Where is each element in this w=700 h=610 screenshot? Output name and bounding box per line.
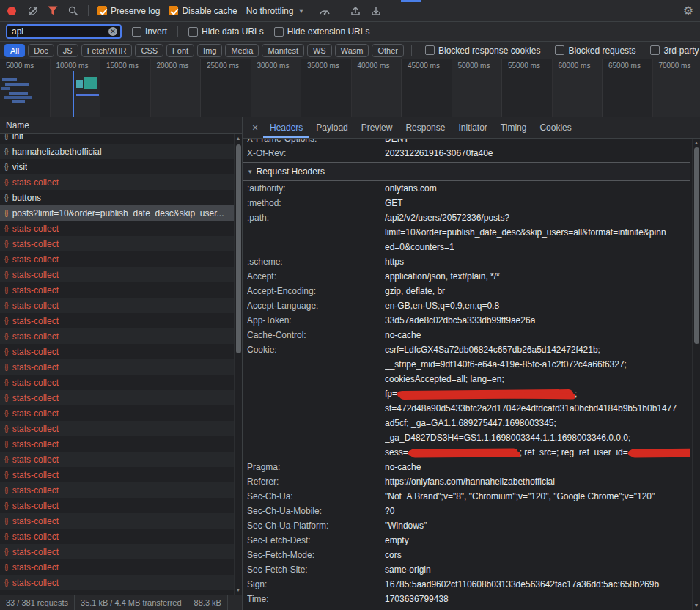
type-chip-wasm[interactable]: Wasm [335, 44, 369, 57]
request-row[interactable]: {}stats-collect [0, 559, 242, 575]
type-chip-media[interactable]: Media [225, 44, 259, 57]
type-chip-ws[interactable]: WS [307, 44, 332, 57]
json-request-icon: {} [4, 163, 8, 171]
request-row[interactable]: {}stats-collect [0, 498, 242, 513]
clear-network-log-button[interactable] [26, 5, 38, 17]
scroll-up-icon[interactable]: ▲ [693, 139, 700, 147]
filter-toggle-button[interactable] [47, 5, 59, 17]
type-chip-font[interactable]: Font [166, 44, 194, 57]
request-row[interactable]: {}stats-collect [0, 436, 242, 452]
request-row[interactable]: {}stats-collect [0, 482, 242, 498]
scroll-down-icon[interactable]: ▼ [693, 602, 700, 609]
redaction-scribble [410, 448, 518, 457]
section-label: Request Headers [257, 166, 325, 177]
scrollbar-thumb[interactable] [694, 147, 699, 344]
request-row[interactable]: {}posts?limit=10&order=publish_date_desc… [0, 205, 242, 221]
checkbox-blocked-response-cookies[interactable]: Blocked response cookies [425, 45, 540, 56]
request-list: {}init{}hannahelizabethofficial{}visit{}… [0, 134, 242, 590]
type-chip-img[interactable]: Img [197, 44, 222, 57]
tab-timing[interactable]: Timing [494, 117, 534, 138]
type-chip-all[interactable]: All [4, 44, 25, 57]
network-overview-timeline[interactable]: 5000 ms10000 ms15000 ms20000 ms25000 ms3… [0, 59, 700, 117]
header-value-text: ; ref_src=; reg_ref_user_id= [520, 447, 628, 457]
section-request-headers[interactable]: ▾Request Headers [243, 163, 690, 181]
request-row[interactable]: {}stats-collect [0, 174, 242, 190]
checkbox-3rd-party-requests[interactable]: 3rd-party requests [650, 45, 700, 56]
request-row[interactable]: {}stats-collect [0, 405, 242, 421]
timeline-bar [5, 83, 29, 86]
request-row[interactable]: {}stats-collect [0, 452, 242, 467]
type-chip-manifest[interactable]: Manifest [262, 44, 304, 57]
checkbox-box [132, 27, 141, 37]
tab-response[interactable]: Response [399, 117, 452, 138]
request-row[interactable]: {}stats-collect [0, 251, 242, 267]
request-row[interactable]: {}stats-collect [0, 267, 242, 282]
request-row[interactable]: {}stats-collect [0, 513, 242, 529]
type-chip-css[interactable]: CSS [135, 44, 163, 57]
header-row: :authority:onlyfans.com [247, 181, 690, 196]
tab-payload[interactable]: Payload [309, 117, 354, 138]
json-request-icon: {} [4, 363, 8, 371]
request-row[interactable]: {}stats-collect [0, 313, 242, 328]
request-row[interactable]: {}visit [0, 159, 242, 174]
invert-checkbox[interactable]: Invert [132, 26, 167, 37]
timeline-bar [12, 100, 25, 103]
tab-cookies[interactable]: Cookies [533, 117, 578, 138]
header-row: Referer:https://onlyfans.com/hannaheliza… [247, 474, 690, 489]
import-har-button[interactable] [350, 5, 361, 17]
request-row[interactable]: {}init [0, 134, 242, 144]
details-scrollbar[interactable]: ▲ ▼ [692, 139, 700, 610]
request-row[interactable]: {}stats-collect [0, 344, 242, 359]
header-value: onlyfans.com [385, 181, 690, 196]
request-row[interactable]: {}stats-collect [0, 282, 242, 298]
request-row[interactable]: {}stats-collect [0, 328, 242, 344]
name-column-header[interactable]: Name [0, 117, 242, 134]
close-details-button[interactable]: × [247, 117, 263, 138]
filter-input[interactable] [10, 26, 108, 37]
request-row[interactable]: {}stats-collect [0, 421, 242, 436]
request-list-scrollbar[interactable]: ▲ ▼ [234, 134, 242, 595]
header-name: Accept-Language: [247, 298, 385, 313]
checkbox-blocked-requests[interactable]: Blocked requests [555, 45, 635, 56]
request-row[interactable]: {}stats-collect [0, 298, 242, 313]
tab-headers[interactable]: Headers [263, 117, 309, 138]
checkbox-label: Disable cache [182, 6, 237, 16]
request-row[interactable]: {}stats-collect [0, 359, 242, 375]
disable-cache-checkbox[interactable]: Disable cache [169, 6, 237, 16]
request-row[interactable]: {}stats-collect [0, 575, 242, 590]
type-chip-other[interactable]: Other [372, 44, 404, 57]
request-name: stats-collect [12, 254, 59, 265]
export-har-button[interactable] [370, 5, 382, 17]
request-row[interactable]: {}buttons [0, 190, 242, 205]
hide-data-urls-checkbox[interactable]: Hide data URLs [188, 26, 264, 37]
request-row[interactable]: {}hannahelizabethofficial [0, 144, 242, 159]
hide-extension-urls-checkbox[interactable]: Hide extension URLs [274, 26, 370, 37]
request-row[interactable]: {}stats-collect [0, 544, 242, 559]
search-button[interactable] [67, 5, 79, 17]
request-row[interactable]: {}stats-collect [0, 236, 242, 251]
tab-initiator[interactable]: Initiator [452, 117, 493, 138]
header-value-line: gzip, deflate, br [385, 284, 690, 298]
type-chip-js[interactable]: JS [57, 44, 78, 57]
throttling-select[interactable]: No throttling ▼ [246, 6, 305, 16]
tab-preview[interactable]: Preview [355, 117, 399, 138]
preserve-log-checkbox[interactable]: Preserve log [97, 6, 160, 16]
clear-filter-icon[interactable]: ✕ [108, 27, 117, 36]
scrollbar-thumb[interactable] [236, 144, 241, 353]
request-name: visit [12, 162, 28, 172]
scroll-up-icon[interactable]: ▲ [235, 135, 242, 142]
type-chip-fetch-xhr[interactable]: Fetch/XHR [81, 44, 133, 57]
request-row[interactable]: {}stats-collect [0, 529, 242, 544]
type-chip-doc[interactable]: Doc [28, 44, 54, 57]
request-row[interactable]: {}stats-collect [0, 467, 242, 482]
request-row[interactable]: {}stats-collect [0, 221, 242, 236]
header-value-text: onlyfans.com [385, 183, 437, 194]
record-network-log-button[interactable] [6, 5, 18, 17]
request-row[interactable]: {}stats-collect [0, 390, 242, 405]
header-value-line: ad5cf; _ga=GA1.1.689275447.1698003345; [385, 416, 690, 430]
settings-button[interactable]: ⚙ [682, 5, 694, 17]
toolbar-divider [177, 26, 178, 37]
network-conditions-button[interactable] [319, 5, 331, 17]
scroll-down-icon[interactable]: ▼ [235, 587, 242, 594]
request-row[interactable]: {}stats-collect [0, 375, 242, 390]
